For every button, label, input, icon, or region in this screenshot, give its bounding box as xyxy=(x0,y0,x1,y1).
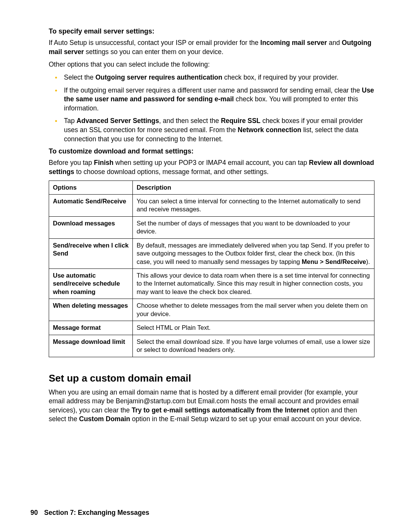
bold-text: Incoming mail server xyxy=(260,39,327,46)
bold-text: Outgoing server requires authentication xyxy=(96,73,223,81)
option-name: Send/receive when I click Send xyxy=(49,238,133,268)
table-header-options: Options xyxy=(49,181,133,194)
option-description: Select HTML or Plain Text. xyxy=(133,321,374,335)
table-row: Send/receive when I click Send By defaul… xyxy=(49,238,374,268)
page-footer: 90Section 7: Exchanging Messages xyxy=(30,509,374,517)
table-row: Message download limit Select the email … xyxy=(49,335,374,357)
text: , and then select the xyxy=(159,117,221,125)
option-description: This allows your device to data roam whe… xyxy=(133,269,374,299)
bold-text: Network connection xyxy=(238,126,301,134)
option-name: Message format xyxy=(49,321,133,335)
table-row: Use automatic send/receive schedule when… xyxy=(49,269,374,299)
paragraph: If Auto Setup is unsuccessful, contact y… xyxy=(49,38,374,56)
text: settings so you can enter them on your d… xyxy=(84,48,223,56)
bullet-list: Select the Outgoing server requires auth… xyxy=(49,73,374,144)
option-description: By default, messages are immediately del… xyxy=(133,238,374,268)
paragraph: Before you tap Finish when setting up yo… xyxy=(49,158,374,176)
text: when setting up your POP3 or IMAP4 email… xyxy=(113,159,309,166)
heading-customize-download: To customize download and format setting… xyxy=(49,147,374,155)
option-description: You can select a time interval for conne… xyxy=(133,194,374,216)
heading-specify-email-server: To specify email server settings: xyxy=(49,27,374,35)
list-item: Select the Outgoing server requires auth… xyxy=(64,73,374,82)
option-name: Automatic Send/Receive xyxy=(49,194,133,216)
paragraph: Other options that you can select includ… xyxy=(49,60,374,69)
heading-custom-domain-email: Set up a custom domain email xyxy=(49,372,374,384)
text: and xyxy=(327,39,342,46)
option-name: When deleting messages xyxy=(49,299,133,321)
bold-text: Custom Domain xyxy=(79,415,130,423)
option-description: Select the email download size. If you h… xyxy=(133,335,374,357)
bold-text: Require SSL xyxy=(221,117,260,125)
paragraph: When you are using an email domain name … xyxy=(49,388,374,424)
option-name: Use automatic send/receive schedule when… xyxy=(49,269,133,299)
text: to choose download options, message form… xyxy=(74,168,269,176)
bold-text: Advanced Server Settings xyxy=(76,117,159,125)
table-header-description: Description xyxy=(133,181,374,194)
section-title: Section 7: Exchanging Messages xyxy=(44,509,149,516)
option-description: Set the number of days of messages that … xyxy=(133,216,374,238)
table-header-row: Options Description xyxy=(49,181,374,194)
text: ). xyxy=(366,258,370,265)
list-item: Tap Advanced Server Settings, and then s… xyxy=(64,117,374,144)
option-name: Download messages xyxy=(49,216,133,238)
text: If the outgoing email server requires a … xyxy=(64,86,362,94)
bold-text: Finish xyxy=(94,159,114,166)
bold-text: Menu > Send/Receive xyxy=(302,258,366,265)
option-description: Choose whether to delete messages from t… xyxy=(133,299,374,321)
list-item: If the outgoing email server requires a … xyxy=(64,86,374,113)
table-row: When deleting messages Choose whether to… xyxy=(49,299,374,321)
table-row: Download messages Set the number of days… xyxy=(49,216,374,238)
bold-text: Try to get e-mail settings automatically… xyxy=(132,406,309,414)
text: Tap xyxy=(64,117,76,125)
table-row: Automatic Send/Receive You can select a … xyxy=(49,194,374,216)
options-table: Options Description Automatic Send/Recei… xyxy=(49,181,374,357)
text: If Auto Setup is unsuccessful, contact y… xyxy=(49,39,260,46)
text: option in the E-mail Setup wizard to set… xyxy=(130,415,362,423)
text: Before you tap xyxy=(49,159,94,166)
text: Select the xyxy=(64,73,96,81)
page-number: 90 xyxy=(30,509,44,517)
document-page: To specify email server settings: If Aut… xyxy=(0,0,411,532)
option-name: Message download limit xyxy=(49,335,133,357)
table-row: Message format Select HTML or Plain Text… xyxy=(49,321,374,335)
text: check box, if required by your provider. xyxy=(222,73,338,81)
